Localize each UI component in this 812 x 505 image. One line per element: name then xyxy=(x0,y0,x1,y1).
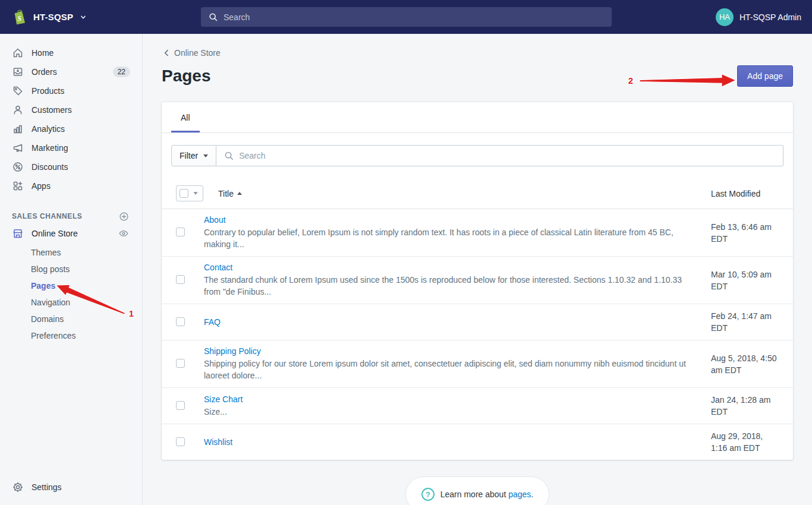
sidebar-subitem-navigation[interactable]: Navigation xyxy=(0,294,142,311)
page-title-link[interactable]: Shipping Policy xyxy=(204,346,261,356)
add-page-button[interactable]: Add page xyxy=(737,65,793,87)
main-content: Online Store Pages Add page All Filter xyxy=(143,34,812,505)
sidebar-item-analytics[interactable]: Analytics xyxy=(0,119,142,138)
top-bar: S HT-SQSP HA HT-SQSP Admin xyxy=(0,0,812,34)
global-search-input[interactable] xyxy=(224,12,605,22)
row-checkbox[interactable] xyxy=(176,401,185,410)
online-store-subnav: ThemesBlog postsPagesNavigationDomainsPr… xyxy=(0,243,142,344)
sidebar-subitem-preferences[interactable]: Preferences xyxy=(0,327,142,344)
tab-all[interactable]: All xyxy=(171,102,200,132)
row-checkbox[interactable] xyxy=(176,275,185,284)
table-row[interactable]: About Contrary to popular belief, Lorem … xyxy=(162,209,793,256)
gear-icon xyxy=(12,481,24,493)
table-row[interactable]: FAQ Feb 24, 1:47 am EDT xyxy=(162,304,793,340)
row-checkbox[interactable] xyxy=(176,317,185,326)
pages-list: About Contrary to popular belief, Lorem … xyxy=(162,209,793,460)
last-modified: Feb 13, 6:46 am EDT xyxy=(711,221,781,245)
svg-text:S: S xyxy=(17,14,22,22)
settings-label: Settings xyxy=(32,482,62,492)
sidebar-item-orders[interactable]: Orders22 xyxy=(0,62,142,81)
last-modified: Aug 5, 2018, 4:50 am EDT xyxy=(711,352,781,376)
page-description: Contrary to popular belief, Lorem Ipsum … xyxy=(204,226,697,250)
orders-icon xyxy=(12,66,24,78)
sidebar-nav: HomeOrders22ProductsCustomersAnalyticsMa… xyxy=(0,34,142,195)
row-checkbox[interactable] xyxy=(176,228,185,236)
customers-icon xyxy=(12,104,24,116)
sidebar-subitem-pages[interactable]: Pages xyxy=(0,277,142,294)
page-title-link[interactable]: Wishlist xyxy=(204,437,232,447)
last-modified: Aug 29, 2018, 1:16 am EDT xyxy=(711,430,781,454)
filter-label: Filter xyxy=(180,151,198,160)
page-description: The standard chunk of Lorem Ipsum used s… xyxy=(204,274,697,298)
question-circle-icon: ? xyxy=(421,488,435,501)
sales-channels-label: SALES CHANNELS xyxy=(12,212,82,220)
last-modified: Feb 24, 1:47 am EDT xyxy=(711,310,781,334)
sidebar-item-customers[interactable]: Customers xyxy=(0,100,142,119)
column-header-last-modified: Last Modified xyxy=(711,189,781,198)
search-icon xyxy=(224,150,234,161)
sidebar-subitem-domains[interactable]: Domains xyxy=(0,311,142,327)
apps-icon xyxy=(12,180,24,192)
list-search[interactable] xyxy=(216,145,783,166)
sidebar-item-label: Home xyxy=(32,48,53,58)
orders-count-badge: 22 xyxy=(113,67,130,77)
select-all-checkbox[interactable] xyxy=(180,189,188,198)
column-header-title[interactable]: Title xyxy=(218,189,242,198)
row-checkbox[interactable] xyxy=(176,437,185,446)
sidebar-item-settings[interactable]: Settings xyxy=(0,476,142,498)
storefront-icon xyxy=(12,228,24,239)
sidebar: HomeOrders22ProductsCustomersAnalyticsMa… xyxy=(0,34,143,505)
list-search-input[interactable] xyxy=(239,151,776,160)
store-switcher[interactable]: S HT-SQSP xyxy=(0,9,143,26)
sidebar-subitem-blog-posts[interactable]: Blog posts xyxy=(0,261,142,277)
sort-ascending-icon xyxy=(237,192,242,195)
filter-button[interactable]: Filter xyxy=(171,145,216,166)
eye-icon[interactable] xyxy=(118,228,129,239)
caret-down-icon xyxy=(193,192,197,195)
sidebar-item-marketing[interactable]: Marketing xyxy=(0,138,142,157)
sidebar-item-apps[interactable]: Apps xyxy=(0,176,142,195)
products-icon xyxy=(12,85,24,97)
help-text: Learn more about xyxy=(440,490,508,499)
pages-card: All Filter Tit xyxy=(162,102,793,460)
shopify-logo-icon: S xyxy=(12,9,27,26)
footer-help: ? Learn more about pages. xyxy=(405,476,549,505)
sidebar-item-label: Discounts xyxy=(32,162,68,172)
page-title: Pages xyxy=(162,67,211,86)
table-row[interactable]: Size Chart Size... Jan 24, 1:28 am EDT xyxy=(162,387,793,424)
sidebar-item-home[interactable]: Home xyxy=(0,43,142,62)
sidebar-item-label: Orders xyxy=(32,67,57,77)
breadcrumb[interactable]: Online Store xyxy=(162,48,221,58)
search-icon xyxy=(208,12,218,22)
select-all-control[interactable] xyxy=(176,185,203,201)
chevron-down-icon xyxy=(79,13,87,21)
sidebar-subitem-themes[interactable]: Themes xyxy=(0,244,142,261)
sidebar-item-label: Apps xyxy=(32,181,51,191)
sidebar-item-online-store[interactable]: Online Store xyxy=(0,224,142,243)
page-title-link[interactable]: FAQ xyxy=(204,317,221,327)
table-row[interactable]: Wishlist Aug 29, 2018, 1:16 am EDT xyxy=(162,424,793,460)
global-search[interactable] xyxy=(201,7,612,27)
marketing-icon xyxy=(12,142,24,154)
caret-down-icon xyxy=(203,154,208,157)
store-name: HT-SQSP xyxy=(33,12,73,22)
chevron-left-icon xyxy=(162,48,171,58)
page-title-link[interactable]: About xyxy=(204,215,226,225)
help-pages-link[interactable]: pages xyxy=(508,490,531,499)
page-title-link[interactable]: Size Chart xyxy=(204,394,243,404)
sidebar-item-products[interactable]: Products xyxy=(0,81,142,100)
page-description: Size... xyxy=(204,406,697,418)
row-checkbox[interactable] xyxy=(176,359,185,368)
page-description: Shipping policy for our store Lorem ipsu… xyxy=(204,358,697,381)
analytics-icon xyxy=(12,123,24,135)
discounts-icon xyxy=(12,161,24,173)
table-row[interactable]: Contact The standard chunk of Lorem Ipsu… xyxy=(162,256,793,304)
breadcrumb-label: Online Store xyxy=(174,48,221,58)
plus-circle-icon[interactable] xyxy=(119,212,129,222)
page-title-link[interactable]: Contact xyxy=(204,263,232,272)
sidebar-item-discounts[interactable]: Discounts xyxy=(0,157,142,176)
online-store-label: Online Store xyxy=(32,229,78,238)
last-modified: Mar 10, 5:09 am EDT xyxy=(711,269,781,292)
table-row[interactable]: Shipping Policy Shipping policy for our … xyxy=(162,340,793,387)
user-menu[interactable]: HA HT-SQSP Admin xyxy=(716,0,801,34)
